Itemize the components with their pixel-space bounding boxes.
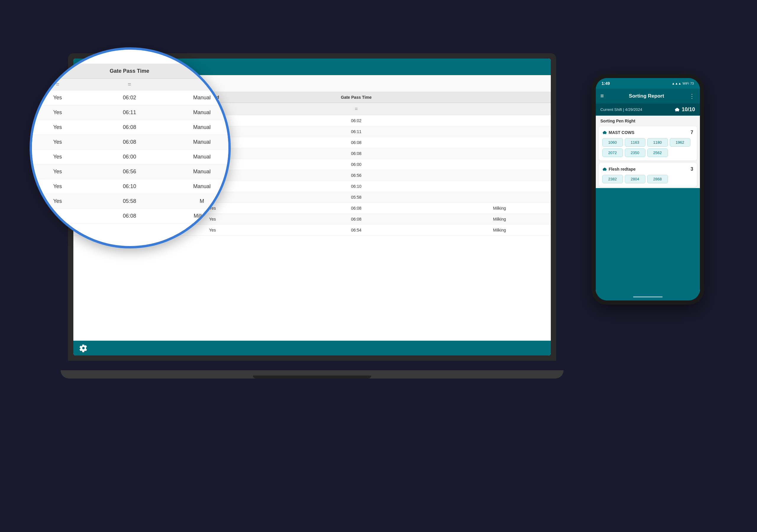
more-options-icon[interactable]: ⋮ [689,93,695,100]
settings-icon[interactable] [79,344,88,352]
cell-type: Milking [448,214,551,224]
cell-gate-pass: 06:11 [264,126,448,137]
mag-cell-extra: Manual [176,90,228,105]
svg-point-15 [604,131,606,132]
mag-cell-gate-pass: 06:10 [83,179,176,194]
mag-col-gate-pass: Gate Pass Time [83,64,176,79]
phone-group-name-1: MAST COWS [602,130,635,135]
cell-gate-pass: 05:58 [264,192,448,203]
mag-cell-gate-pass: 06:08 [83,209,176,223]
mag-cell-sorted: Yes [32,179,83,194]
mag-cell-sorted: Yes [32,194,83,209]
cow-icon-magnifier [54,55,61,60]
phone-tag: 1962 [670,138,690,147]
signal-icon: ▲▲▲ [672,82,681,85]
cell-type [448,137,551,148]
magnifier-table-row: Yes 06:00 Manual [32,149,228,164]
svg-rect-10 [678,111,679,111]
col-gate-pass-time: Gate Pass Time [264,92,448,103]
phone-count-badge: 10/10 [675,106,695,113]
mag-cell-gate-pass: 06:02 [83,90,176,105]
mag-cell-sorted: Yes [32,134,83,149]
svg-point-19 [604,167,606,168]
mag-cell-sorted: Yes [32,120,83,134]
phone-content: Sorting Pen Right MAST COWS [596,116,700,293]
phone-tag: 2072 [602,148,623,157]
magnifier-top-suffix: out of 10 [63,54,86,61]
svg-point-11 [676,108,678,109]
phone-pen-title: Sorting Pen Right [596,116,700,125]
magnifier-filter-row: = = [32,78,228,90]
svg-rect-5 [56,59,56,60]
cell-type: Milking [448,224,551,235]
phone-time: 1:49 [602,81,610,86]
cell-gate-pass: 06:08 [264,214,448,224]
mag-cell-gate-pass: 06:00 [83,149,176,164]
phone-screen: 1:49 ▲▲▲ WiFi 73 ≡ Sorting Report ⋮ Curr… [596,78,700,301]
magnifier-table-row: 06:08 Milking [32,209,228,223]
group1-name-label: MAST COWS [609,130,635,135]
mag-cell-extra: Manual [176,164,228,179]
cell-gate-pass: 06:08 [264,137,448,148]
phone-tag: 2868 [647,175,668,183]
laptop-settings-bar [74,341,551,355]
mag-cell-gate-pass: 05:58 [83,194,176,209]
mag-cell-extra: Manual [176,134,228,149]
phone-tag: 1180 [647,138,668,147]
magnifier-header-row: Sorted Gate Pass Time [32,64,228,79]
magnifier-table-row: Yes 06:08 Manual [32,134,228,149]
phone-tag: 1060 [602,138,623,147]
mag-cell-extra: Manual [176,179,228,194]
cell-gate-pass: 06:00 [264,159,448,170]
mag-cell-extra: Milking [176,209,228,223]
cell-type [448,192,551,203]
svg-rect-17 [603,170,603,171]
mag-col-extra [176,64,228,79]
magnifier-top-bar: c | 10 out of 10 [32,50,228,64]
cell-gate-pass: 06:02 [264,115,448,126]
mag-cell-sorted: Yes [32,90,83,105]
phone-count-text: 10/10 [681,106,695,113]
wifi-icon: WiFi [682,82,689,85]
cell-type [448,181,551,192]
mag-col-sorted: Sorted [32,64,83,79]
mag-cell-gate-pass: 06:11 [83,105,176,120]
phone-status-bar: 1:49 ▲▲▲ WiFi 73 [596,78,700,89]
cell-gate-pass: 06:54 [264,224,448,235]
phone-group-flesh: Flesh redtape 3 238228042868 [599,163,697,187]
cell-type [448,170,551,181]
mag-cell-sorted: Yes [32,164,83,179]
mag-cell-extra: Manual [176,149,228,164]
mag-cell-sorted: Yes [32,105,83,120]
phone-shift-bar: Current Shift | 4/29/2024 10/10 [596,103,700,116]
phone-tag: 2350 [625,148,646,157]
phone-group-header-1: MAST COWS 7 [602,130,693,135]
magnifier-table-row: Yes 06:10 Manual [32,179,228,194]
mag-cell-extra: M [176,194,228,209]
hamburger-icon[interactable]: ≡ [600,93,604,99]
phone-group2-tags: 238228042868 [602,175,693,183]
magnifier-table-row: Yes 06:56 Manual [32,164,228,179]
svg-rect-9 [676,111,676,111]
scene: Sorting Report | 10 out of 10 [53,30,704,503]
col-type [448,92,551,103]
laptop-base [61,370,563,378]
phone-nav-title: Sorting Report [629,93,664,99]
magnifier-table-row: Yes 06:02 Manual [32,90,228,105]
cow-icon-group1 [602,131,607,134]
cell-gate-pass: 06:08 [264,203,448,214]
phone-group1-tags: 1060116311801962207223502562 [602,138,693,157]
battery-icon: 73 [690,82,694,85]
phone-bottom-teal [596,188,700,293]
mag-cell-gate-pass: 06:08 [83,134,176,149]
phone: 1:49 ▲▲▲ WiFi 73 ≡ Sorting Report ⋮ Curr… [591,74,704,305]
group2-name-label: Flesh redtape [609,167,636,171]
phone-group-mast-cows: MAST COWS 7 1060116311801962207223502562 [599,126,697,161]
magnifier-table-row: Yes 06:11 Manual [32,105,228,120]
magnifier-top-text: c | 10 [38,54,52,61]
magnifier-circle: c | 10 out of 10 Sorted Gate Pass Time [30,47,231,249]
phone-nav-bar: ≡ Sorting Report ⋮ [596,89,700,103]
magnifier-table: Sorted Gate Pass Time = = Yes 06:02 Manu… [32,64,228,223]
phone-tag: 1163 [625,138,646,147]
phone-group-name-2: Flesh redtape [602,167,636,171]
